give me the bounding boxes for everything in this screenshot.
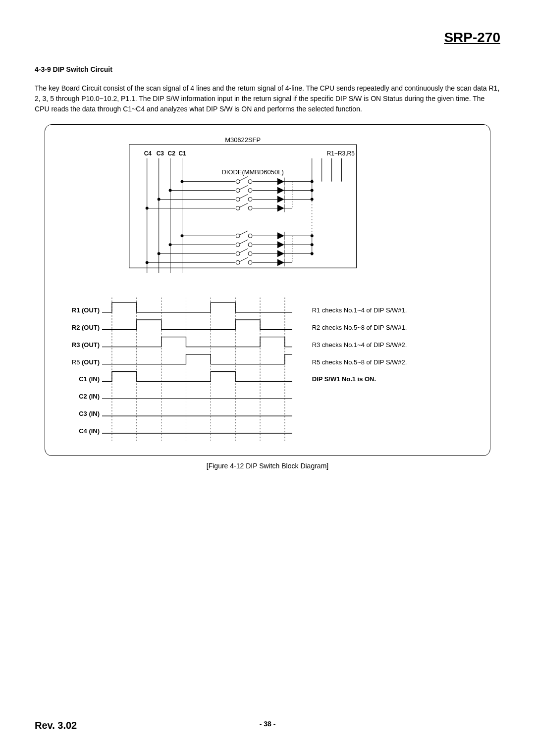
switch-bank-1 [146, 177, 314, 212]
dip-switch-diagram: M30622SFP C4 C3 C2 C1 R1~R3,R5 DIODE(MMB… [45, 124, 490, 456]
timing-label-r2: R2 (OUT) [72, 324, 100, 331]
svg-line-54 [240, 240, 248, 244]
timing-note-r1: R1 checks No.1~4 of DIP S/W#1. [312, 306, 407, 314]
svg-point-73 [248, 260, 252, 264]
svg-point-44 [236, 234, 240, 238]
svg-line-35 [240, 203, 248, 207]
timing-label-c4: C4 (IN) [79, 427, 100, 435]
svg-point-27 [248, 198, 252, 202]
c3-label: C3 [157, 150, 164, 157]
timing-label-c2: C2 (IN) [79, 393, 100, 400]
svg-line-26 [240, 195, 248, 199]
svg-point-18 [248, 189, 252, 193]
svg-rect-0 [129, 145, 357, 268]
c-lines: C4 C3 C2 C1 [144, 150, 186, 157]
svg-point-25 [236, 198, 240, 202]
diode-label: DIODE(MMBD6050L) [221, 168, 283, 176]
r-bus-label: R1~R3,R5 [327, 150, 355, 157]
svg-point-55 [248, 243, 252, 247]
section-heading: 4-3-9 DIP Switch Circuit [35, 65, 500, 73]
timing-label-c1: C1 (IN) [79, 375, 100, 383]
svg-point-7 [236, 180, 240, 184]
svg-point-9 [248, 180, 252, 184]
section-paragraph: The key Board Circuit consist of the sca… [35, 83, 500, 114]
svg-line-45 [240, 231, 248, 235]
page-number: - 38 - [260, 720, 276, 728]
timing-label-r5: R5 (OUT) [72, 358, 100, 366]
svg-point-62 [236, 252, 240, 255]
c2-label: C2 [168, 150, 176, 157]
svg-point-46 [248, 234, 252, 238]
revision-label: Rev. 3.02 [35, 720, 77, 731]
timing-label-c3: C3 (IN) [79, 410, 100, 417]
svg-line-72 [240, 257, 248, 261]
timing-label-r3: R3 (OUT) [72, 341, 100, 349]
svg-line-17 [240, 186, 248, 190]
c4-label: C4 [144, 150, 152, 157]
svg-point-53 [236, 243, 240, 247]
svg-line-8 [240, 177, 248, 181]
svg-point-34 [236, 206, 240, 210]
timing-note-r3: R3 checks No.1~4 of DIP S/W#2. [312, 341, 407, 349]
diagram-svg: M30622SFP C4 C3 C2 C1 R1~R3,R5 DIODE(MMB… [45, 125, 490, 455]
page-footer: Rev. 3.02 - 38 - [35, 720, 500, 731]
figure-caption: [Figure 4-12 DIP Switch Block Diagram] [35, 462, 500, 470]
mcu-label: M30622SFP [225, 136, 261, 144]
svg-point-16 [236, 189, 240, 193]
svg-point-71 [236, 260, 240, 264]
timing-note-r2: R2 checks No.5~8 of DIP S/W#1. [312, 324, 407, 331]
svg-point-36 [248, 206, 252, 210]
timing-status: DIP S/W1 No.1 is ON. [312, 375, 376, 383]
document-model-header: SRP-270 [35, 30, 500, 46]
timing-diagram: R1 (OUT) R2 (OUT) R3 (OUT) R5 (OUT) C1 (… [72, 298, 407, 441]
c1-label: C1 [179, 150, 187, 157]
timing-label-r1: R1 (OUT) [72, 306, 100, 314]
timing-note-r5: R5 checks No.5~8 of DIP S/W#2. [312, 358, 407, 366]
switch-bank-2 [146, 231, 314, 266]
svg-point-64 [248, 252, 252, 255]
svg-line-63 [240, 249, 248, 252]
